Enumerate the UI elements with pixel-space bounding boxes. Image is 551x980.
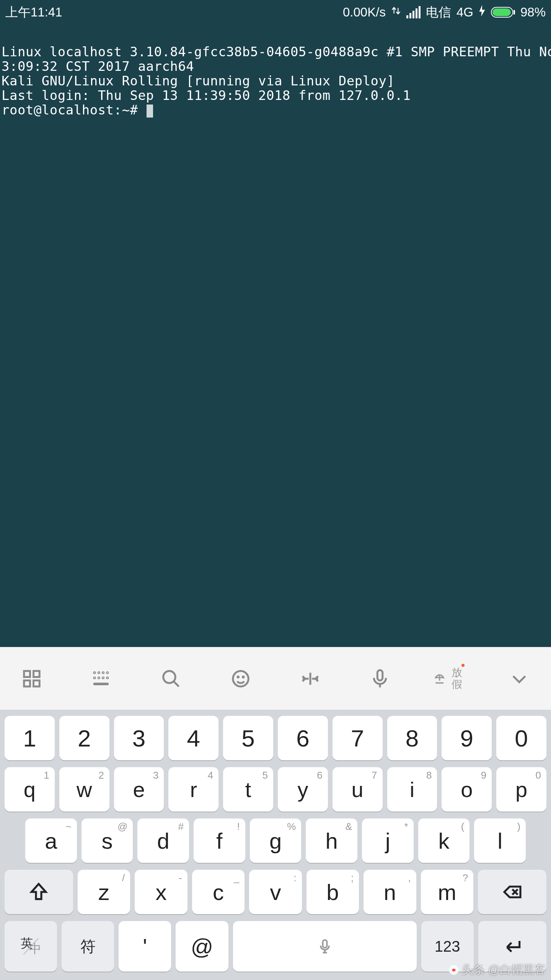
ime-grid-icon[interactable] xyxy=(15,662,49,696)
svg-line-14 xyxy=(174,681,179,686)
key-symbols[interactable]: 符 xyxy=(62,921,114,972)
key-at[interactable]: @ xyxy=(176,921,228,972)
ime-cursor-move-icon[interactable] xyxy=(293,662,328,696)
key-c[interactable]: _c xyxy=(192,870,245,914)
ime-keyboard-icon[interactable] xyxy=(84,662,119,696)
key-j[interactable]: *j xyxy=(362,818,414,863)
ime-collapse-icon[interactable] xyxy=(502,662,536,696)
notification-dot-icon xyxy=(461,664,465,667)
terminal-output[interactable]: Linux localhost 3.10.84-gfcc38b5-04605-g… xyxy=(0,24,551,647)
ime-holiday-button[interactable]: 放假 xyxy=(432,662,467,696)
svg-point-6 xyxy=(103,672,103,673)
svg-point-10 xyxy=(103,677,103,678)
status-time: 上午11:41 xyxy=(5,4,62,21)
key-4[interactable]: 4 xyxy=(168,716,218,760)
signal-icon xyxy=(406,6,421,18)
svg-rect-18 xyxy=(377,670,383,680)
svg-point-13 xyxy=(163,671,176,683)
svg-point-11 xyxy=(107,677,108,678)
key-m[interactable]: ?m xyxy=(421,870,474,914)
key-o[interactable]: 9o xyxy=(442,767,492,812)
svg-point-15 xyxy=(233,671,249,686)
key-5[interactable]: 5 xyxy=(223,716,273,760)
key-g[interactable]: %g xyxy=(250,818,302,863)
svg-point-7 xyxy=(107,672,108,673)
status-carrier: 电信 xyxy=(426,4,451,21)
key-7[interactable]: 7 xyxy=(333,716,383,760)
key-r[interactable]: 4r xyxy=(168,767,218,812)
key-u[interactable]: 7u xyxy=(333,767,383,812)
key-backspace[interactable] xyxy=(478,870,546,914)
ime-emoji-icon[interactable] xyxy=(223,662,258,696)
key-s[interactable]: @s xyxy=(82,818,133,863)
svg-point-4 xyxy=(94,672,95,673)
svg-point-17 xyxy=(243,676,244,678)
key-e[interactable]: 3e xyxy=(114,767,164,812)
svg-rect-0 xyxy=(24,671,30,677)
key-q[interactable]: 1q xyxy=(5,767,55,812)
status-net-speed: 0.00K/s xyxy=(343,5,386,20)
key-9[interactable]: 9 xyxy=(442,716,492,760)
key-t[interactable]: 5t xyxy=(223,767,273,812)
svg-point-8 xyxy=(94,677,95,678)
battery-icon xyxy=(491,7,515,18)
key-language-toggle[interactable]: 英 中 xyxy=(5,921,57,972)
updown-icon xyxy=(391,5,401,20)
charging-icon xyxy=(479,5,486,20)
svg-rect-2 xyxy=(24,680,30,686)
key-0[interactable]: 0 xyxy=(496,716,546,760)
svg-point-16 xyxy=(238,676,239,678)
key-n[interactable]: ,n xyxy=(364,870,416,914)
key-l[interactable]: )l xyxy=(474,818,526,863)
svg-point-9 xyxy=(98,677,99,678)
key-3[interactable]: 3 xyxy=(114,716,164,760)
key-p[interactable]: 0p xyxy=(496,767,546,812)
ime-toolbar: 放假 xyxy=(0,647,551,710)
key-shift[interactable] xyxy=(5,870,73,914)
status-bar: 上午11:41 0.00K/s 电信 4G 98% xyxy=(0,0,551,24)
cursor-icon xyxy=(147,105,153,118)
key-a[interactable]: ~a xyxy=(25,818,77,863)
key-d[interactable]: #d xyxy=(137,818,189,863)
watermark: 头条 @白帽黑客 xyxy=(448,962,546,978)
key-8[interactable]: 8 xyxy=(387,716,437,760)
terminal-line: 3:09:32 CST 2017 aarch64 xyxy=(2,59,194,74)
key-v[interactable]: :v xyxy=(249,870,302,914)
svg-rect-20 xyxy=(323,940,327,948)
terminal-prompt: root@localhost:~# xyxy=(2,102,153,118)
key-1[interactable]: 1 xyxy=(5,716,55,760)
terminal-line: Kali GNU/Linux Rolling [running via Linu… xyxy=(2,73,395,88)
key-6[interactable]: 6 xyxy=(278,716,328,760)
key-z[interactable]: /z xyxy=(78,870,130,914)
ime-voice-icon[interactable] xyxy=(363,662,397,696)
soft-keyboard: 1 2 3 4 5 6 7 8 9 0 1q 2w 3e 4r 5t 6y 7u… xyxy=(0,710,551,980)
svg-rect-1 xyxy=(34,671,40,677)
svg-rect-3 xyxy=(34,680,40,686)
key-b[interactable]: ;b xyxy=(306,870,359,914)
terminal-line: Last login: Thu Sep 13 11:39:50 2018 fro… xyxy=(2,88,411,103)
key-2[interactable]: 2 xyxy=(59,716,109,760)
key-k[interactable]: (k xyxy=(418,818,470,863)
status-battery-pct: 98% xyxy=(520,5,546,20)
key-w[interactable]: 2w xyxy=(59,767,109,812)
status-network: 4G xyxy=(456,5,473,20)
key-comma[interactable]: ' xyxy=(119,921,171,972)
terminal-line: Linux localhost 3.10.84-gfcc38b5-04605-g… xyxy=(2,44,551,59)
key-y[interactable]: 6y xyxy=(278,767,328,812)
key-space[interactable] xyxy=(233,921,417,972)
key-h[interactable]: &h xyxy=(306,818,357,863)
key-x[interactable]: -x xyxy=(135,870,187,914)
ime-search-icon[interactable] xyxy=(154,662,188,696)
key-i[interactable]: 8i xyxy=(387,767,437,812)
key-f[interactable]: !f xyxy=(194,818,245,863)
svg-point-5 xyxy=(98,672,99,673)
